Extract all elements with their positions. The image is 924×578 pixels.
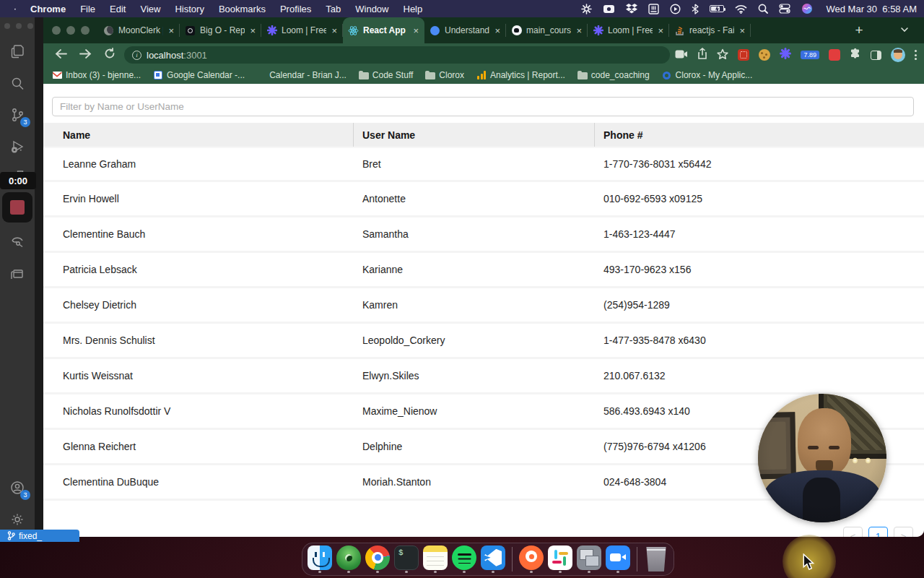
menu-edit[interactable]: Edit — [103, 4, 133, 14]
profile-avatar[interactable] — [891, 48, 905, 62]
dock-item-trash[interactable] — [644, 547, 668, 571]
screen-record-icon[interactable] — [603, 4, 615, 14]
vscode-traffic-lights[interactable] — [4, 23, 33, 29]
doc-favicon — [430, 25, 440, 36]
dock-item-green-app[interactable] — [336, 545, 361, 574]
pagination-next-button[interactable]: > — [894, 527, 913, 537]
tab-close-icon[interactable]: × — [249, 25, 256, 36]
tab-close-icon[interactable]: × — [575, 25, 583, 36]
dock-item-notes[interactable] — [423, 545, 448, 574]
tab-replit[interactable]: Big O - Replit × — [180, 17, 261, 43]
remote-explorer-icon[interactable] — [8, 233, 27, 251]
menu-view[interactable]: View — [133, 4, 167, 14]
settings-gear-icon[interactable] — [8, 510, 27, 529]
share-icon[interactable] — [697, 48, 707, 62]
source-control-icon[interactable]: 3 — [8, 105, 27, 124]
search-icon[interactable] — [8, 74, 27, 93]
keyboard-grid-icon[interactable] — [648, 4, 659, 14]
bookmark-clorox[interactable]: Clorox — [425, 70, 464, 80]
dock-item-terminal[interactable] — [394, 545, 419, 574]
dropbox-icon[interactable] — [626, 4, 637, 14]
display-flower-icon[interactable] — [581, 4, 592, 14]
dock-item-vscode[interactable] — [481, 545, 505, 574]
tab-camera-indicator-icon[interactable] — [675, 48, 688, 61]
zoom-window-button[interactable] — [81, 26, 90, 35]
menu-profiles[interactable]: Profiles — [273, 4, 318, 14]
tab-close-icon[interactable]: × — [738, 25, 746, 36]
tab-close-icon[interactable]: × — [412, 25, 419, 36]
loom-recording-timer: 0:00 — [0, 172, 36, 189]
play-circle-icon[interactable] — [670, 4, 681, 14]
siri-icon[interactable] — [801, 3, 813, 14]
pagination-prev-button[interactable]: < — [843, 527, 863, 537]
tab-loom-1[interactable]: Loom | Free S × — [261, 17, 343, 43]
cookie-extension-icon[interactable] — [759, 49, 770, 61]
chrome-menu-icon[interactable] — [915, 50, 917, 60]
close-window-button[interactable] — [52, 26, 61, 35]
spotlight-search-icon[interactable] — [758, 4, 768, 14]
extensions-puzzle-icon[interactable] — [850, 48, 861, 62]
bookmark-star-icon[interactable] — [717, 48, 728, 62]
tab-stackoverflow[interactable]: reactjs - Faile × — [669, 17, 751, 43]
honey-extension-icon[interactable] — [738, 49, 749, 61]
tab-react-app[interactable]: React App × — [343, 17, 424, 43]
tab-close-icon[interactable]: × — [657, 25, 664, 36]
run-debug-icon[interactable] — [8, 137, 27, 156]
dock-item-postman[interactable] — [519, 545, 544, 574]
loom-stop-button[interactable] — [2, 192, 32, 223]
tab-understanding[interactable]: Understandin × — [424, 17, 506, 43]
dock-item-zoom[interactable] — [606, 545, 630, 574]
dock-item-chrome[interactable] — [365, 545, 390, 574]
site-info-icon[interactable]: i — [132, 51, 141, 60]
loom-extension-icon[interactable] — [780, 48, 791, 62]
bookmark-analytics[interactable]: Analytics | Report... — [476, 70, 565, 80]
red-extension-icon[interactable] — [829, 49, 840, 61]
address-bar[interactable]: i localhost:3001 — [124, 46, 670, 64]
menu-tab[interactable]: Tab — [318, 4, 348, 14]
dock-item-spotify[interactable] — [452, 545, 476, 574]
dock-item-screenshots[interactable] — [577, 545, 601, 574]
webcam-bubble[interactable] — [758, 394, 886, 522]
dock-item-slack[interactable] — [548, 545, 572, 574]
pagination-page-1-button[interactable]: 1 — [868, 527, 888, 537]
window-controls[interactable] — [52, 26, 90, 35]
bookmark-code-coaching[interactable]: code_coaching — [578, 70, 650, 80]
tab-github[interactable]: main_course/ × — [506, 17, 588, 43]
minimize-window-button[interactable] — [66, 26, 75, 35]
apple-menu-icon[interactable] — [7, 4, 23, 14]
reload-button[interactable] — [104, 48, 116, 62]
menu-bookmarks[interactable]: Bookmarks — [212, 4, 273, 14]
bluetooth-icon[interactable] — [692, 4, 699, 14]
tab-search-chevron-icon[interactable] — [899, 25, 910, 38]
tab-close-icon[interactable]: × — [494, 25, 501, 36]
editor-layout-icon[interactable] — [8, 264, 27, 283]
side-panel-icon[interactable] — [871, 51, 881, 60]
account-icon[interactable]: 3 — [8, 478, 27, 497]
menu-file[interactable]: File — [73, 4, 103, 14]
control-center-icon[interactable] — [779, 4, 790, 14]
dock-item-finder[interactable] — [308, 545, 332, 574]
explorer-icon[interactable] — [8, 42, 27, 61]
menu-help[interactable]: Help — [396, 4, 430, 14]
tab-loom-2[interactable]: Loom | Free S × — [588, 17, 669, 43]
wifi-icon[interactable] — [735, 4, 747, 14]
bookmark-ms-calendar[interactable]: Calendar - Brian J... — [257, 70, 346, 80]
menubar-app-name[interactable]: Chrome — [23, 4, 73, 14]
vscode-statusbar-branch[interactable]: fixed_ — [0, 530, 79, 542]
bookmark-google-calendar[interactable]: Google Calendar -... — [153, 70, 245, 80]
menu-history[interactable]: History — [167, 4, 211, 14]
bookmark-code-stuff[interactable]: Code Stuff — [359, 70, 413, 80]
new-tab-button[interactable]: + — [850, 22, 868, 39]
back-button[interactable] — [55, 48, 67, 62]
tab-close-icon[interactable]: × — [331, 25, 338, 36]
forward-button[interactable] — [79, 48, 92, 62]
bookmark-clorox-app[interactable]: Clorox - My Applic... — [662, 70, 753, 80]
filter-input[interactable] — [52, 97, 914, 116]
tab-close-icon[interactable]: × — [167, 25, 175, 36]
battery-charging-icon[interactable] — [710, 5, 724, 12]
menubar-clock[interactable]: Wed Mar 30 6:58 AM — [824, 4, 918, 14]
tab-moonclerk[interactable]: MoonClerk | J × — [98, 17, 180, 43]
bookmark-inbox[interactable]: Inbox (3) - bjenne... — [52, 70, 141, 80]
menu-window[interactable]: Window — [348, 4, 396, 14]
wappalyzer-extension[interactable]: 7.89 — [801, 51, 819, 59]
